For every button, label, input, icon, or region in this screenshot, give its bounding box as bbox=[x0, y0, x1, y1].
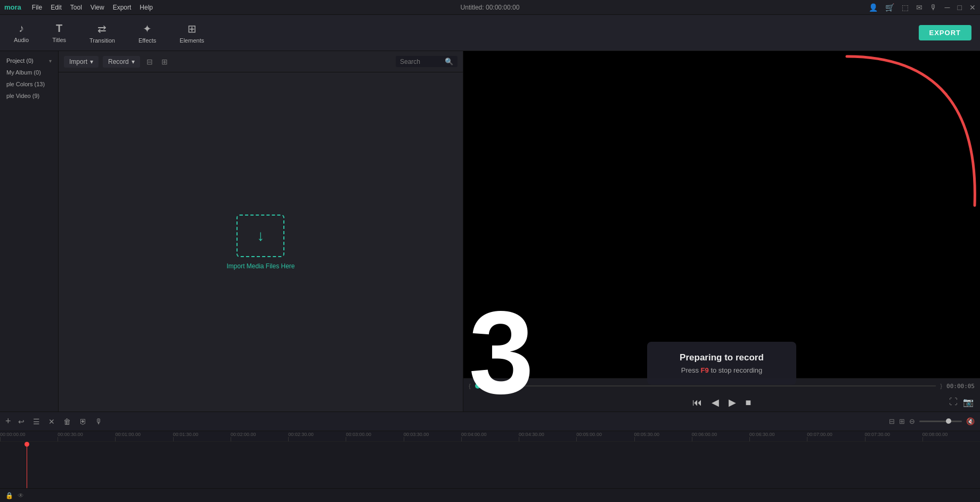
ruler-mark: 00:04:00.00 bbox=[461, 432, 519, 441]
play-button[interactable]: ▶ bbox=[729, 397, 736, 408]
timeline-footer: 🔒 👁 bbox=[0, 488, 980, 502]
ruler-mark: 00:05:30.00 bbox=[634, 432, 692, 441]
ruler-mark: 00:02:30.00 bbox=[288, 432, 346, 441]
undo-button[interactable]: ↩ bbox=[17, 416, 26, 427]
record-overlay: Preparing to record Press F9 to stop rec… bbox=[647, 342, 796, 385]
screen-icon[interactable]: ⬚ bbox=[902, 3, 909, 12]
audio-record-button[interactable]: 🎙 bbox=[94, 416, 104, 427]
mail-icon[interactable]: ✉ bbox=[916, 3, 922, 12]
ruler-mark: 00:02:00.00 bbox=[231, 432, 288, 441]
sidebar-header: Project (0) ▾ bbox=[3, 55, 55, 66]
search-box: 🔍 bbox=[396, 56, 458, 67]
close-icon[interactable]: ✕ bbox=[969, 3, 976, 12]
search-input[interactable] bbox=[400, 58, 443, 65]
ruler-mark: 00:04:30.00 bbox=[519, 432, 576, 441]
import-box: ↓ bbox=[236, 215, 284, 257]
download-icon: ↓ bbox=[257, 227, 264, 244]
menu-file[interactable]: File bbox=[28, 0, 46, 15]
zoom-slider-thumb bbox=[946, 418, 951, 424]
preview-panel-wrap: 3 Preparing to record Press F9 to stop r… bbox=[463, 51, 980, 412]
user-icon[interactable]: 👤 bbox=[869, 3, 878, 12]
ruler-mark: 00:00:00.00 bbox=[0, 432, 58, 441]
maximize-icon[interactable]: □ bbox=[958, 3, 962, 12]
menu-export[interactable]: Export bbox=[109, 0, 136, 15]
close-track-button[interactable]: ✕ bbox=[47, 416, 56, 427]
main-area: Project (0) ▾ My Album (0) ple Colors (1… bbox=[0, 51, 980, 412]
record-chevron-icon: ▾ bbox=[132, 58, 135, 65]
step-back-button[interactable]: ⏮ bbox=[692, 397, 702, 408]
add-frame-icon[interactable]: ⊞ bbox=[899, 417, 905, 425]
timeline-right-controls: ⊟ ⊞ ⊖ 🔇 bbox=[889, 417, 975, 425]
zoom-slider[interactable] bbox=[919, 421, 962, 422]
menu-help[interactable]: Help bbox=[135, 0, 157, 15]
ruler-mark: 00:06:30.00 bbox=[749, 432, 807, 441]
audio-icon: ♪ bbox=[19, 22, 24, 35]
settings-icon[interactable]: ⊟ bbox=[889, 417, 895, 425]
minimize-icon[interactable]: ─ bbox=[945, 3, 950, 12]
ruler-mark: 00:07:00.00 bbox=[807, 432, 864, 441]
tool-transition[interactable]: ⇄ Transition bbox=[84, 19, 120, 47]
media-content: ↓ Import Media Files Here bbox=[59, 72, 463, 412]
shield-button[interactable]: ⛨ bbox=[78, 416, 88, 427]
timeline-tracks bbox=[0, 442, 980, 488]
search-icon[interactable]: 🔍 bbox=[445, 57, 453, 65]
media-panel: Import ▾ Record ▾ ⊟ ⊞ 🔍 ↓ Import Media F… bbox=[59, 51, 463, 412]
screenshot-icon[interactable]: 📷 bbox=[963, 397, 974, 407]
cart-icon[interactable]: 🛒 bbox=[885, 3, 894, 12]
fullscreen-icon[interactable]: ⛶ bbox=[949, 397, 958, 407]
snapshot-buttons: ⛶ 📷 bbox=[949, 397, 974, 407]
titles-icon: T bbox=[56, 22, 62, 35]
play-back-button[interactable]: ◀ bbox=[712, 397, 719, 408]
progress-track[interactable] bbox=[485, 385, 936, 386]
tool-titles[interactable]: T Titles bbox=[47, 19, 71, 46]
ruler-mark: 00:00:30.00 bbox=[58, 432, 115, 441]
menu-edit[interactable]: Edit bbox=[46, 0, 66, 15]
mic-icon[interactable]: 🎙 bbox=[930, 3, 937, 12]
out-point-bracket[interactable]: } bbox=[940, 383, 942, 389]
time-display: 00:00:05 bbox=[946, 383, 975, 390]
add-track-button[interactable]: + bbox=[5, 416, 11, 427]
lock-icon[interactable]: 🔒 bbox=[5, 492, 13, 499]
ruler-mark: 00:06:00.00 bbox=[692, 432, 749, 441]
window-controls: 👤 🛒 ⬚ ✉ 🎙 ─ □ ✕ bbox=[869, 3, 976, 12]
import-drop-area[interactable]: ↓ Import Media Files Here bbox=[226, 215, 295, 270]
record-button[interactable]: Record ▾ bbox=[103, 56, 140, 68]
sidebar-item-colors[interactable]: ple Colors (13) bbox=[3, 79, 55, 89]
mute-icon[interactable]: 🔇 bbox=[966, 417, 975, 425]
list-button[interactable]: ☰ bbox=[31, 416, 42, 427]
stop-button[interactable]: ■ bbox=[746, 397, 752, 408]
remove-icon[interactable]: ⊖ bbox=[909, 417, 915, 425]
app-logo: mora bbox=[4, 3, 21, 11]
sidebar-item-album[interactable]: My Album (0) bbox=[3, 67, 55, 78]
ruler-mark: 00:01:00.00 bbox=[115, 432, 173, 441]
media-toolbar: Import ▾ Record ▾ ⊟ ⊞ 🔍 bbox=[59, 51, 463, 72]
delete-button[interactable]: 🗑 bbox=[62, 416, 72, 427]
ruler-mark: 00:01:30.00 bbox=[173, 432, 231, 441]
sidebar: Project (0) ▾ My Album (0) ple Colors (1… bbox=[0, 51, 59, 412]
playhead bbox=[27, 442, 27, 488]
sidebar-item-video[interactable]: ple Video (9) bbox=[3, 90, 55, 101]
menu-view[interactable]: View bbox=[86, 0, 109, 15]
import-button[interactable]: Import ▾ bbox=[64, 56, 99, 68]
ruler-marks: 00:00:00.0000:00:30.0000:01:00.0000:01:3… bbox=[0, 432, 953, 441]
import-drop-label: Import Media Files Here bbox=[226, 262, 295, 270]
grid-icon[interactable]: ⊞ bbox=[159, 57, 170, 66]
timeline-area: + ↩ ☰ ✕ 🗑 ⛨ 🎙 ⊟ ⊞ ⊖ 🔇 00:00:00.0000:00:3… bbox=[0, 412, 980, 502]
timeline-ruler: 00:00:00.0000:00:30.0000:01:00.0000:01:3… bbox=[0, 431, 980, 442]
tool-elements[interactable]: ⊞ Elements bbox=[174, 19, 209, 47]
playback-controls: ⏮ ◀ ▶ ■ bbox=[463, 393, 980, 412]
tool-audio[interactable]: ♪ Audio bbox=[9, 19, 34, 46]
eye-icon[interactable]: 👁 bbox=[18, 492, 24, 499]
record-overlay-hint: Press F9 to stop recording bbox=[666, 366, 777, 374]
menu-bar: mora File Edit Tool View Export Help Unt… bbox=[0, 0, 980, 15]
preview-video-area: 3 Preparing to record Press F9 to stop r… bbox=[463, 51, 980, 412]
countdown-display: 3 bbox=[463, 294, 534, 412]
ruler-mark: 00:08:00.00 bbox=[922, 432, 953, 441]
filter-icon[interactable]: ⊟ bbox=[144, 57, 155, 66]
tool-effects[interactable]: ✦ Effects bbox=[133, 19, 161, 47]
toolbar: ♪ Audio T Titles ⇄ Transition ✦ Effects … bbox=[0, 15, 980, 51]
export-button[interactable]: EXPORT bbox=[919, 25, 971, 40]
menu-tool[interactable]: Tool bbox=[66, 0, 86, 15]
sidebar-collapse-icon[interactable]: ▾ bbox=[49, 58, 52, 64]
elements-icon: ⊞ bbox=[187, 22, 197, 35]
